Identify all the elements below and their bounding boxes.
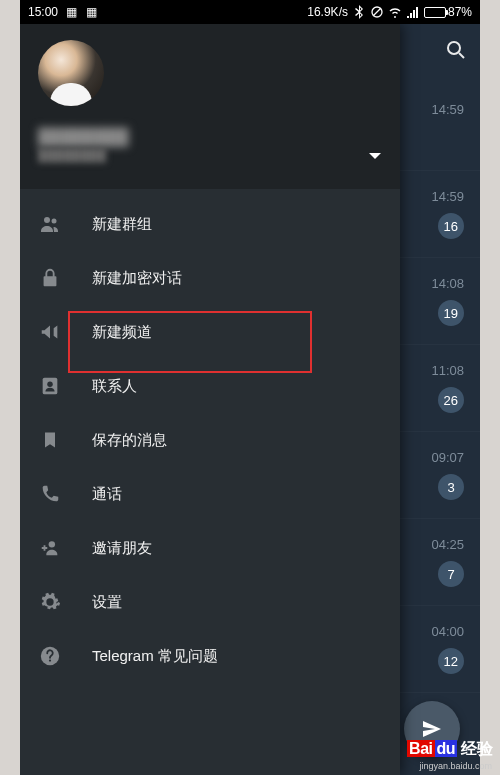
gear-icon [38, 590, 62, 614]
group-icon [38, 212, 62, 236]
menu-label: 邀请朋友 [92, 539, 152, 558]
menu-new-secret-chat[interactable]: 新建加密对话 [20, 251, 400, 305]
menu-label: 联系人 [92, 377, 137, 396]
drawer-menu: 新建群组 新建加密对话 新建频道 联系人 [20, 189, 400, 691]
chat-time: 14:08 [431, 276, 464, 291]
menu-new-group[interactable]: 新建群组 [20, 197, 400, 251]
menu-saved-messages[interactable]: 保存的消息 [20, 413, 400, 467]
battery-indicator: 87% [424, 5, 472, 19]
network-speed: 16.9K/s [307, 5, 348, 19]
unread-badge: 3 [438, 474, 464, 500]
svg-point-7 [47, 381, 53, 387]
menu-new-channel[interactable]: 新建频道 [20, 305, 400, 359]
drawer-header: ████████ ████████ [20, 24, 400, 189]
svg-point-9 [48, 600, 53, 605]
menu-label: 保存的消息 [92, 431, 167, 450]
account-expand-button[interactable] [368, 147, 382, 165]
menu-label: 设置 [92, 593, 122, 612]
watermark-brand: 经验 [461, 740, 492, 757]
battery-pct: 87% [448, 5, 472, 19]
svg-point-8 [49, 541, 55, 547]
menu-label: 新建频道 [92, 323, 152, 342]
watermark-brand: Bai [407, 740, 434, 757]
dnd-icon [370, 5, 384, 19]
phone-icon [38, 482, 62, 506]
chat-time: 04:25 [431, 537, 464, 552]
unread-badge: 19 [438, 300, 464, 326]
chat-time: 09:07 [431, 450, 464, 465]
app-indicator-icon: ▦ [64, 5, 78, 19]
phone-frame: 15:00 ▦ ▦ 16.9K/s 87% [20, 0, 480, 775]
chat-time: 14:59 [431, 102, 464, 117]
menu-label: 新建群组 [92, 215, 152, 234]
svg-line-1 [373, 8, 381, 16]
chat-time: 11:08 [431, 363, 464, 378]
lock-icon [38, 266, 62, 290]
user-subtitle: ████████ [38, 148, 382, 162]
watermark-url: jingyan.baidu.com [407, 761, 492, 771]
user-name: ████████ [38, 128, 382, 146]
invite-icon [38, 536, 62, 560]
watermark-brand: du [435, 740, 458, 757]
menu-settings[interactable]: 设置 [20, 575, 400, 629]
wifi-icon [388, 5, 402, 19]
watermark: Baidu 经验 jingyan.baidu.com [407, 739, 492, 771]
unread-badge: 7 [438, 561, 464, 587]
chat-time: 04:00 [431, 624, 464, 639]
signal-icon [406, 5, 420, 19]
svg-point-4 [44, 217, 50, 223]
contact-icon [38, 374, 62, 398]
app-indicator-icon: ▦ [84, 5, 98, 19]
menu-label: Telegram 常见问题 [92, 647, 218, 666]
unread-badge: 26 [438, 387, 464, 413]
svg-point-5 [52, 219, 57, 224]
navigation-drawer: ████████ ████████ 新建群组 新建加密对话 [20, 24, 400, 775]
unread-badge: 16 [438, 213, 464, 239]
menu-faq[interactable]: Telegram 常见问题 [20, 629, 400, 683]
chat-time: 14:59 [431, 189, 464, 204]
menu-contacts[interactable]: 联系人 [20, 359, 400, 413]
svg-point-2 [448, 42, 460, 54]
menu-calls[interactable]: 通话 [20, 467, 400, 521]
svg-point-11 [49, 659, 51, 661]
svg-line-3 [459, 53, 464, 58]
menu-label: 新建加密对话 [92, 269, 182, 288]
user-avatar[interactable] [38, 40, 104, 106]
menu-invite-friends[interactable]: 邀请朋友 [20, 521, 400, 575]
menu-label: 通话 [92, 485, 122, 504]
unread-badge: 12 [438, 648, 464, 674]
megaphone-icon [38, 320, 62, 344]
status-time: 15:00 [28, 5, 58, 19]
help-icon [38, 644, 62, 668]
bluetooth-icon [352, 5, 366, 19]
bookmark-icon [38, 428, 62, 452]
search-button[interactable] [444, 38, 468, 66]
status-bar: 15:00 ▦ ▦ 16.9K/s 87% [20, 0, 480, 24]
